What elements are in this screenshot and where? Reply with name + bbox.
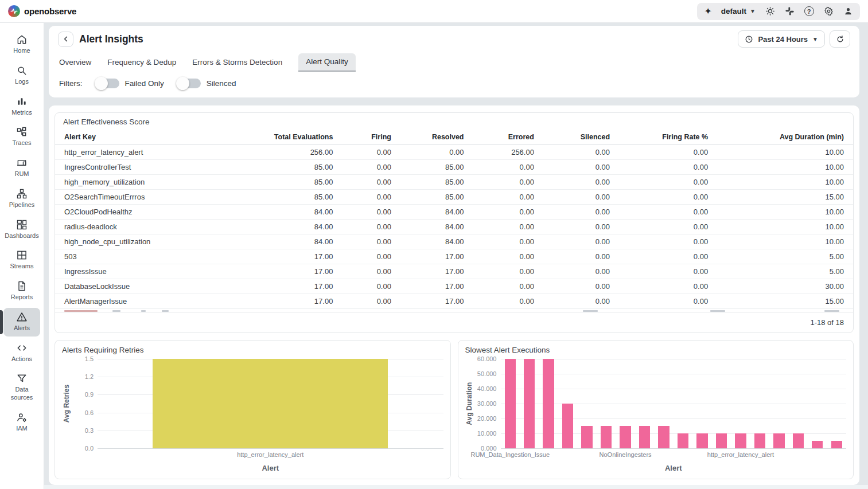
table-cell: 0.00 — [539, 190, 614, 205]
table-cell: 85.00 — [396, 190, 469, 205]
silenced-toggle[interactable]: Silenced — [177, 79, 236, 88]
table-cell: 0.00 — [539, 234, 614, 249]
chart-bar — [620, 426, 630, 448]
table-cell: 0.00 — [337, 190, 396, 205]
x-axis: Alert http_error_latency_alert — [98, 448, 443, 474]
table-cell: 0.00 — [337, 205, 396, 220]
sidebar-item-home[interactable]: Home — [3, 30, 40, 59]
sidebar-item-alerts[interactable]: Alerts — [3, 308, 40, 337]
sidebar: Home Logs Metrics Traces RUM Pipelines D… — [0, 23, 44, 489]
sidebar-item-data-sources[interactable]: Data sources — [3, 369, 40, 406]
tab-errors-storms[interactable]: Errors & Storms Detection — [192, 54, 282, 72]
sidebar-item-iam[interactable]: IAM — [3, 408, 40, 437]
table-cell: 84.00 — [396, 234, 469, 249]
home-icon — [16, 34, 28, 45]
chart-bar — [793, 433, 804, 448]
column-header: Errored — [469, 130, 539, 145]
help-icon[interactable]: ? — [804, 6, 814, 17]
sidebar-item-reports[interactable]: Reports — [3, 277, 40, 306]
settings-gear-icon[interactable] — [823, 6, 834, 17]
sidebar-item-actions[interactable]: Actions — [3, 339, 40, 367]
table-cell: IngressIssue — [55, 264, 231, 279]
sidebar-item-pipelines[interactable]: Pipelines — [3, 185, 40, 213]
column-header: Alert Key — [55, 130, 231, 145]
workspace-select[interactable]: default ▼ — [721, 7, 756, 15]
table-cell: 0.00 — [614, 234, 713, 249]
chart-bar — [562, 404, 573, 448]
chevron-down-icon: ▼ — [750, 8, 756, 14]
account-icon[interactable] — [843, 6, 853, 17]
theme-sun-icon[interactable] — [765, 6, 775, 17]
sidebar-item-dashboards[interactable]: Dashboards — [3, 216, 40, 244]
table-cell: 17.00 — [231, 264, 337, 279]
x-axis-title: Alert — [501, 464, 847, 472]
table-cell: 256.00 — [231, 145, 337, 160]
table-cell: 10.00 — [713, 205, 853, 220]
table-cell: 0.00 — [539, 160, 614, 175]
chart-title: Slowest Alert Executions — [465, 346, 847, 354]
table-cell: high_node_cpu_utilization — [55, 234, 231, 249]
chart-bar — [658, 426, 669, 448]
column-header: Firing — [337, 130, 396, 145]
sidebar-item-rum[interactable]: RUM — [3, 154, 40, 182]
table-cell: 5.00 — [713, 264, 853, 279]
y-tick-label: 20.000 — [477, 415, 497, 422]
table-cell: O2CloudPodHealthz — [55, 205, 231, 220]
refresh-button[interactable] — [830, 30, 850, 48]
table-cell: 0.00 — [614, 160, 713, 175]
y-tick-label: 0.6 — [85, 409, 94, 416]
code-brackets-icon — [16, 342, 28, 354]
column-header: Firing Rate % — [614, 130, 713, 145]
table-cell: 0.00 — [539, 145, 614, 160]
column-header: Total Evaluations — [231, 130, 337, 145]
tab-alert-quality[interactable]: Alert Quality — [298, 53, 356, 72]
chart-bar — [505, 359, 516, 448]
y-tick-label: 50.000 — [477, 370, 497, 377]
table-cell: 0.00 — [614, 249, 713, 264]
openobserve-logo-icon — [8, 5, 20, 17]
sidebar-item-streams[interactable]: Streams — [3, 246, 40, 275]
time-range-select[interactable]: Past 24 Hours ▼ — [738, 30, 825, 48]
sidebar-item-traces[interactable]: Traces — [3, 123, 40, 151]
document-icon — [16, 280, 28, 292]
clock-icon — [745, 35, 753, 44]
sidebar-item-logs[interactable]: Logs — [3, 61, 40, 90]
table-cell: 15.00 — [713, 190, 853, 205]
tab-overview[interactable]: Overview — [59, 54, 91, 72]
table-title: Alert Effectiveness Score — [55, 113, 853, 130]
table-cell: 0.00 — [539, 264, 614, 279]
table-cell: 0.00 — [337, 220, 396, 234]
y-tick-label: 30.000 — [477, 400, 497, 407]
ai-sparkle-icon[interactable]: ✦ — [704, 6, 711, 17]
sidebar-item-metrics[interactable]: Metrics — [3, 92, 40, 121]
table-row: DatabaseLockIssue17.000.0017.000.000.000… — [55, 279, 853, 294]
user-gear-icon — [16, 412, 28, 423]
table-cell: 0.00 — [337, 264, 396, 279]
y-tick-label: 40.000 — [477, 385, 497, 392]
table-cell: 0.00 — [614, 264, 713, 279]
table-cell: 30.00 — [713, 279, 853, 294]
failed-only-toggle[interactable]: Failed Only — [95, 79, 164, 88]
chart-bar — [153, 359, 388, 448]
alert-effectiveness-card: Alert Effectiveness Score Alert KeyTotal… — [55, 112, 854, 333]
back-button[interactable] — [58, 32, 73, 47]
chart-bar — [754, 433, 765, 448]
table-cell: 0.00 — [469, 264, 539, 279]
table-row: radius-deadlock84.000.0084.000.000.000.0… — [55, 220, 853, 234]
y-tick-label: 1.5 — [85, 355, 94, 362]
page-title: Alert Insights — [79, 33, 143, 45]
tab-frequency-dedup[interactable]: Frequency & Dedup — [107, 54, 176, 72]
table-cell: AlertManagerIssue — [55, 294, 231, 309]
chart-bar — [601, 426, 612, 448]
filters-label: Filters: — [59, 79, 83, 88]
table-cell: 503 — [55, 249, 231, 264]
chart-bar — [678, 433, 688, 448]
slack-icon[interactable] — [784, 6, 795, 17]
chart-bar — [543, 359, 554, 448]
table-cell: 17.00 — [396, 249, 469, 264]
table-cell: 0.00 — [337, 279, 396, 294]
table-cell: 0.00 — [337, 160, 396, 175]
table-cell: 17.00 — [231, 294, 337, 309]
table-cell: 85.00 — [231, 175, 337, 190]
table-cell: 0.00 — [337, 249, 396, 264]
